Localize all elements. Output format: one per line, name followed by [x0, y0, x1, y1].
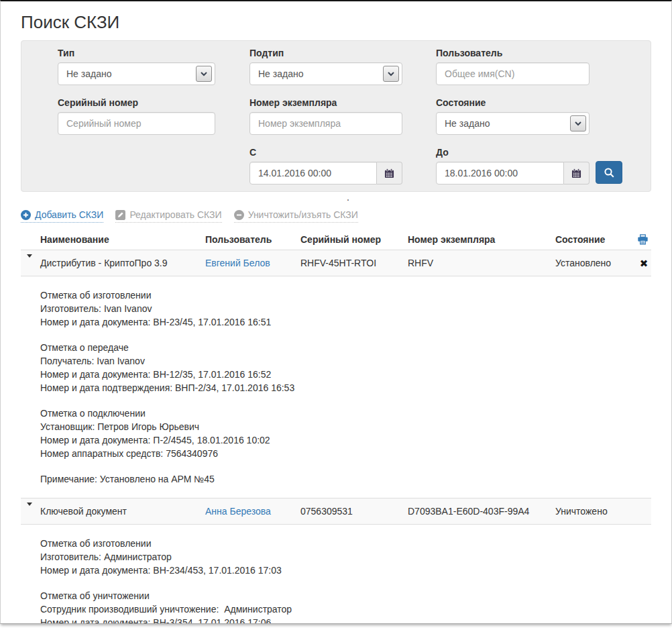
detail-line: Номер и дата подтверждения: ВНП-2/34, 17… [40, 381, 651, 394]
row-name: Ключевой документ [40, 506, 205, 517]
table-row[interactable]: Ключевой документ Анна Березова 07563095… [21, 498, 651, 525]
date-from-input[interactable] [249, 162, 377, 185]
detail-line: Номер и дата документа: ВН-3/354, 17.01.… [40, 616, 651, 624]
user-field: Пользователь [436, 47, 590, 85]
copy-number-field: Номер экземпляра [249, 97, 402, 135]
calendar-icon[interactable] [564, 162, 590, 185]
user-label: Пользователь [436, 47, 590, 60]
user-input[interactable] [436, 62, 590, 85]
chevron-down-icon [383, 66, 399, 82]
detail-block: Отметка о подключенииУстановщик: Петров … [40, 407, 651, 460]
header-user: Пользователь [205, 234, 300, 245]
detail-line: Номер и дата документа: ВН-12/35, 17.01.… [40, 368, 651, 381]
detail-line: Номер и дата документа: ВН-23/45, 17.01.… [40, 315, 651, 329]
row-copy-number: RHFV [408, 258, 555, 268]
table-row-group: Ключевой документ Анна Березова 07563095… [21, 498, 651, 624]
subtype-select[interactable]: Не задано [249, 62, 402, 85]
date-from-label: С [249, 146, 402, 159]
detail-line: Номер и дата документа: ВН-234/453, 17.0… [40, 564, 651, 577]
table-row-group: Дистрибутив - КриптоПро 3.9 Евгений Бело… [21, 250, 651, 486]
detail-line: Получатель: Ivan Ivanov [40, 354, 651, 368]
minus-circle-icon [234, 210, 244, 220]
subtype-select-value: Не задано [258, 68, 303, 79]
table-header-row: Наименование Пользователь Серийный номер… [21, 229, 651, 250]
row-serial: RHFV-45HT-RTOI [300, 258, 408, 268]
detail-line: Изготовитель: Ivan Ivanov [40, 302, 651, 315]
type-select-value: Не задано [66, 68, 111, 79]
search-button[interactable] [596, 161, 622, 184]
detail-line: Изготовитель: Администратор [40, 550, 651, 564]
row-copy-number: D7093BA1-E60D-403F-99A4 [408, 506, 555, 517]
skzi-search-page: Поиск СКЗИ Тип Не задано Подтип Не задан… [0, 0, 672, 624]
row-name: Дистрибутив - КриптоПро 3.9 [40, 258, 205, 268]
chevron-down-icon [196, 66, 212, 82]
detail-line: Примечание: Установлено на АРМ №45 [40, 472, 651, 486]
search-filter-panel: Тип Не задано Подтип Не задано Пользоват… [21, 40, 651, 192]
state-field: Состояние Не задано [436, 97, 590, 135]
detail-block: Примечание: Установлено на АРМ №45 [40, 472, 651, 486]
header-serial: Серийный номер [300, 234, 408, 245]
header-name: Наименование [40, 234, 205, 245]
type-label: Тип [58, 47, 215, 60]
actions-bar: Добавить СКЗИ Редактировать СКЗИ Уничтож… [21, 209, 651, 223]
date-to-label: До [436, 146, 590, 159]
edit-skzi-link[interactable]: Редактировать СКЗИ [115, 209, 221, 223]
date-to-field: До [436, 146, 590, 185]
plus-circle-icon [21, 210, 31, 220]
type-select[interactable]: Не задано [58, 62, 215, 85]
type-field: Тип Не задано [58, 47, 215, 85]
row-state: Установлено [555, 258, 636, 268]
calendar-icon[interactable] [377, 162, 402, 185]
date-from-field: С [249, 146, 402, 185]
row-user-link[interactable]: Евгений Белов [205, 258, 300, 268]
collapse-caret-icon[interactable] [27, 254, 32, 268]
detail-line: Отметка об уничтожении [40, 589, 651, 602]
row-serial: 0756309531 [300, 506, 408, 517]
destroy-skzi-link[interactable]: Уничтожить/изъять СКЗИ [234, 209, 358, 223]
table-row[interactable]: Дистрибутив - КриптоПро 3.9 Евгений Бело… [21, 250, 651, 276]
print-icon[interactable] [637, 234, 651, 245]
detail-line: Отметка об изготовлении [40, 288, 651, 302]
state-label: Состояние [436, 97, 590, 109]
page-title: Поиск СКЗИ [21, 12, 651, 32]
add-skzi-label: Добавить СКЗИ [35, 209, 103, 220]
state-select[interactable]: Не задано [436, 112, 590, 135]
search-icon [604, 167, 615, 178]
date-to-input[interactable] [436, 162, 564, 185]
serial-input[interactable] [58, 112, 215, 135]
detail-block: Отметка об уничтоженииСотрудник производ… [40, 589, 651, 624]
collapse-caret-icon[interactable] [27, 503, 32, 517]
edit-skzi-label: Редактировать СКЗИ [129, 209, 221, 220]
chevron-down-icon [570, 115, 586, 131]
serial-field: Серийный номер [58, 97, 215, 135]
detail-line: Номер аппаратных средств: 7564340976 [40, 447, 651, 460]
row-details: Отметка об изготовленииИзготовитель: Адм… [21, 525, 651, 624]
destroy-skzi-label: Уничтожить/изъять СКЗИ [248, 209, 358, 220]
header-copy: Номер экземпляра [408, 234, 555, 245]
detail-line: Отметка об изготовлении [40, 537, 651, 550]
remove-icon[interactable]: ✖ [640, 258, 649, 268]
copy-number-label: Номер экземпляра [249, 97, 402, 109]
serial-label: Серийный номер [58, 97, 215, 109]
row-state: Уничтожено [555, 506, 636, 517]
subtype-field: Подтип Не задано [249, 47, 402, 85]
state-select-value: Не задано [445, 118, 490, 129]
detail-line: Установщик: Петров Игорь Юрьевич [40, 420, 651, 433]
skzi-table: Наименование Пользователь Серийный номер… [21, 229, 651, 624]
row-user-link[interactable]: Анна Березова [205, 506, 300, 517]
pencil-square-icon [115, 210, 125, 220]
header-state: Состояние [555, 234, 636, 245]
detail-line: Отметка о подключении [40, 407, 651, 420]
add-skzi-link[interactable]: Добавить СКЗИ [21, 209, 103, 223]
subtype-label: Подтип [249, 47, 402, 60]
detail-block: Отметка об изготовленииИзготовитель: Адм… [40, 537, 651, 577]
detail-block: Отметка об изготовленииИзготовитель: Iva… [40, 288, 651, 329]
table-body: Дистрибутив - КриптоПро 3.9 Евгений Бело… [21, 250, 651, 624]
detail-block: Отметка о передачеПолучатель: Ivan Ivano… [40, 341, 651, 394]
copy-number-input[interactable] [249, 112, 402, 135]
detail-line: Номер и дата документа: П-2/4545, 18.01.… [40, 433, 651, 447]
detail-line: Отметка о передаче [40, 341, 651, 354]
row-details: Отметка об изготовленииИзготовитель: Iva… [21, 276, 651, 486]
stray-mark: . [347, 192, 349, 203]
detail-line: Сотрудник производивший уничтожение: Адм… [40, 602, 651, 616]
